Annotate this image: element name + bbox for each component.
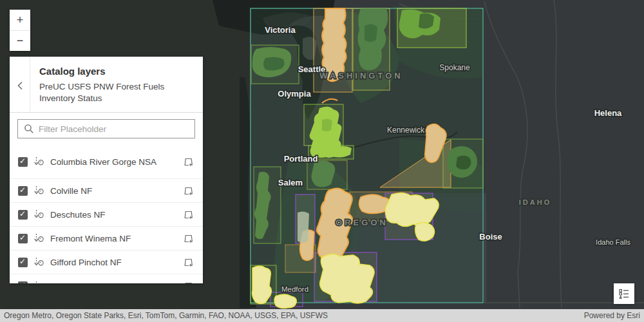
label-victoria: Victoria: [265, 25, 296, 35]
layer-row[interactable]: Deschutes NF: [10, 203, 203, 227]
catalog-layers-panel: Catalog layers PreUC USFS PNW Forest Fue…: [10, 57, 203, 283]
chevron-left-icon: [17, 81, 23, 90]
label-idaho-falls: Idaho Falls: [596, 238, 630, 246]
zoom-out-button[interactable]: −: [10, 30, 30, 51]
label-boise: Boise: [479, 232, 502, 242]
zoom-in-button[interactable]: +: [10, 10, 30, 30]
label-salem: Salem: [278, 178, 303, 187]
layer-checkbox[interactable]: [18, 186, 28, 196]
layer-checkbox[interactable]: [18, 281, 28, 283]
label-oregon: OREGON: [336, 218, 388, 227]
layer-label: Fremont Winema NF: [50, 233, 176, 245]
add-layer-icon[interactable]: [182, 156, 194, 167]
layer-checkbox[interactable]: [18, 258, 28, 267]
catalog-layer-icon: [33, 257, 44, 268]
layer-label: Deschutes NF: [50, 209, 176, 221]
layer-label: Colville NF: [50, 185, 176, 197]
layer-checkbox[interactable]: [18, 157, 28, 167]
layer-label: Rogue River Siskiyou NF: [50, 281, 176, 283]
search-icon: [24, 124, 34, 134]
panel-title: Catalog layers: [39, 66, 175, 77]
catalog-layer-icon: [33, 233, 44, 244]
label-medford: Medford: [281, 285, 308, 293]
layer-row[interactable]: Fremont Winema NF: [10, 227, 203, 251]
label-washington: WASHINGTON: [319, 71, 402, 80]
label-portland: Portland: [284, 154, 318, 164]
layer-row[interactable]: Gifford Pinchot NF: [10, 251, 203, 274]
label-idaho: IDAHO: [519, 198, 551, 206]
layer-checkbox[interactable]: [18, 210, 28, 220]
layer-label: Columbia River Gorge NSA: [50, 156, 176, 168]
attribution-bar: Oregon Metro, Oregon State Parks, Esri, …: [0, 309, 644, 322]
layer-row[interactable]: Rogue River Siskiyou NF: [10, 274, 203, 283]
label-kennewick: Kennewick: [387, 126, 425, 135]
catalog-layer-icon: [33, 281, 44, 283]
filter-input[interactable]: [17, 119, 195, 138]
label-helena: Helena: [594, 108, 622, 118]
layer-label: Gifford Pinchot NF: [50, 257, 176, 269]
zoom-control: + −: [10, 10, 30, 51]
legend-list-icon: [618, 287, 630, 300]
layer-list[interactable]: Columbia River Gorge NSAColville NFDesch…: [10, 145, 203, 283]
add-layer-icon[interactable]: [182, 233, 194, 244]
app-window: Victoria Seattle WASHINGTON Olympia Spok…: [0, 0, 644, 322]
add-layer-icon[interactable]: [182, 209, 194, 220]
layer-row[interactable]: Columbia River Gorge NSA: [10, 145, 203, 179]
catalog-layer-icon: [33, 156, 44, 167]
layer-checkbox[interactable]: [18, 234, 28, 243]
layer-row[interactable]: Colville NF: [10, 179, 203, 203]
legend-button[interactable]: [614, 283, 634, 304]
panel-subtitle: PreUC USFS PNW Forest Fuels Inventory St…: [39, 81, 175, 104]
label-olympia: Olympia: [278, 89, 311, 99]
catalog-layer-icon: [33, 185, 44, 196]
panel-header: Catalog layers PreUC USFS PNW Forest Fue…: [10, 57, 203, 113]
label-spokane: Spokane: [439, 63, 470, 72]
add-layer-icon[interactable]: [182, 185, 194, 196]
powered-by-esri[interactable]: Powered by Esri: [584, 311, 644, 320]
filter-container: [10, 113, 203, 145]
add-layer-icon[interactable]: [182, 281, 194, 283]
catalog-layer-icon: [33, 209, 44, 220]
attribution-sources: Oregon Metro, Oregon State Parks, Esri, …: [0, 311, 328, 320]
add-layer-icon[interactable]: [182, 257, 194, 268]
back-button[interactable]: [10, 57, 30, 112]
